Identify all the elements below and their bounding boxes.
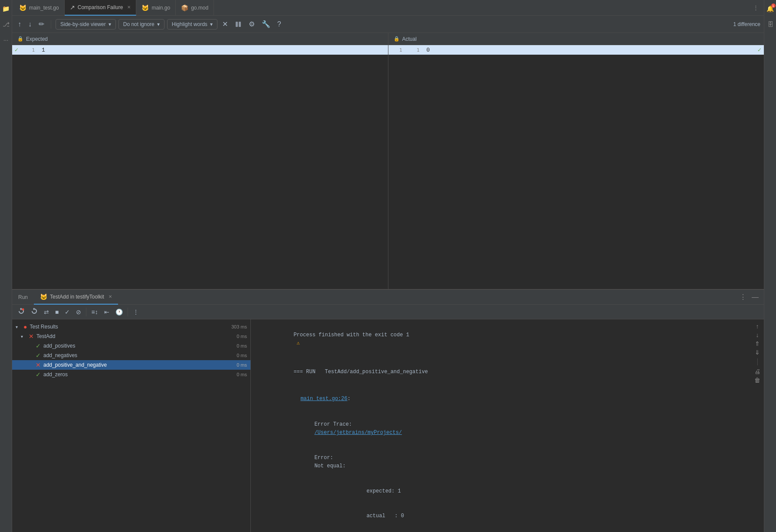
actual-val: actual : 0 [366,513,404,519]
ignore-dropdown[interactable]: Do not ignore ▾ [118,19,164,30]
tab-bar: 🐱 main_test.go ↗ Comparison Failure ✕ 🐱 … [12,0,764,16]
right-db-icon[interactable]: 🗄 [765,19,776,30]
scroll-bottom-button[interactable]: ⇓ [754,349,760,356]
file-link-line: main_test.go:26: [263,386,759,411]
actual-lock-icon: 🔒 [394,36,400,42]
tree-item-add-positive-negative[interactable]: ✕ add_positive_and_negative 0 ms [12,360,250,370]
expected-value: 1 [38,47,388,53]
actual-check-icon: ✓ [755,47,764,53]
tree-label-add-negatives: add_negatives [43,352,237,358]
ignore-dropdown-label: Do not ignore [123,21,155,27]
collapse-button[interactable]: ⇤ [102,307,112,317]
tab-main-test-label: main_test.go [29,5,59,11]
tab-main-test[interactable]: 🐱 main_test.go [14,0,65,16]
tab-main-test-icon: 🐱 [19,4,26,11]
tab-comparison-label: Comparison Failure [78,4,123,10]
toggle-tests-button[interactable]: ⇄ [42,307,51,317]
process-line: Process finished with the exit code 1 ⚠ [256,323,759,356]
viewer-dropdown[interactable]: Side-by-side viewer ▾ [56,19,116,30]
settings-button[interactable]: ⚙ [247,19,257,30]
tab-testify-close[interactable]: ✕ [109,294,112,299]
file-link[interactable]: main_test.go:26 [300,396,347,402]
edit-button[interactable]: ✏ [36,19,46,30]
prev-diff-button[interactable]: ↑ [16,19,23,30]
tab-testify-label: TestAdd in testifyToolkit [50,294,104,300]
svg-rect-1 [239,22,241,27]
tree-item-add-positives[interactable]: ✓ add_positives 0 ms [12,341,250,351]
tree-item-testadd[interactable]: ▾ ✕ TestAdd 0 ms [12,332,250,341]
tree-label-results: Test Results [30,324,231,330]
scroll-down-button[interactable]: ↓ [754,332,760,338]
run-text: === RUN TestAdd/add_positive_and_negativ… [293,369,428,375]
tree-item-add-negatives[interactable]: ✓ add_negatives 0 ms [12,351,250,360]
actual-header: 🔒 Actual [388,33,764,45]
expected-line-num: 1 [21,47,38,53]
expected-panel: 🔒 Expected ✓ 1 1 [12,33,388,289]
sidebar-dots-icon[interactable]: ··· [1,35,11,45]
highlight-dropdown[interactable]: Highlight words ▾ [167,19,217,30]
expected-header-label: Expected [26,36,48,42]
tree-icon-error-3: ✕ [36,361,41,368]
viewer-dropdown-label: Side-by-side viewer [60,21,106,27]
tree-icon-error-testadd: ✕ [29,333,34,340]
error-value: Not equal: [314,463,345,469]
history-button[interactable]: 🕐 [113,307,125,317]
tab-main[interactable]: 🐱 main.go [136,0,176,16]
sort-button[interactable]: ≡↕ [89,307,100,317]
diff-viewer: 🔒 Expected ✓ 1 1 🔒 Actual [12,33,764,289]
notification-icon[interactable]: 🔔 1 [765,3,776,14]
tab-testify-icon: 🐱 [40,293,47,300]
svg-rect-0 [236,22,238,27]
diff-toolbar: ↑ ↓ ✏ Side-by-side viewer ▾ Do not ignor… [12,16,764,33]
process-text: Process finished with the exit code 1 [293,332,409,338]
tab-gomod[interactable]: 📦 go.mod [176,0,214,16]
delete-button[interactable]: 🗑 [754,377,760,384]
next-diff-button[interactable]: ↓ [26,19,34,30]
run-toolbar: ⇄ ■ ✓ ⊘ ≡↕ ⇤ 🕐 ⋮ [12,305,764,319]
bottom-minimize-button[interactable]: — [750,292,760,302]
rerun-button[interactable] [16,306,27,317]
notification-badge: 1 [771,3,776,8]
bottom-more-button[interactable]: ⋮ [738,292,748,302]
tab-run-label: Run [18,294,28,300]
print-button[interactable]: 🖨 [754,368,760,375]
sync-scroll-button[interactable] [233,20,244,29]
close-diff-button[interactable]: ✕ [220,19,230,30]
bottom-tab-bar: Run 🐱 TestAdd in testifyToolkit ✕ ⋮ — [12,290,764,305]
tree-item-test-results[interactable]: ▾ ● Test Results 303 ms [12,322,250,332]
expected-check-icon: ✓ [12,47,21,53]
error-line: Error: Not equal: [277,446,759,479]
tree-time-results: 303 ms [231,324,247,329]
sidebar-folder-icon[interactable]: 📁 [1,3,11,14]
actual-panel: 🔒 Actual 1 1 0 ✓ [388,33,764,289]
tab-comparison[interactable]: ↗ Comparison Failure ✕ [65,0,137,16]
toolbar-sep-2 [86,308,86,316]
more-options-button[interactable]: ⋮ [131,307,141,317]
error-trace-label: Error Trace: [314,420,366,429]
help-button[interactable]: ? [275,19,283,30]
tab-comparison-close[interactable]: ✕ [127,5,131,10]
svg-point-2 [22,309,24,311]
wrench-button[interactable]: 🔧 [260,19,273,30]
tree-toggle-testadd[interactable]: ▾ [21,334,27,339]
viewer-dropdown-arrow: ▾ [109,21,111,27]
sidebar-git-icon[interactable]: ⎇ [1,19,11,30]
rerun-failed-button[interactable] [29,306,40,317]
expected-lock-icon: 🔒 [17,36,23,42]
scroll-top-button[interactable]: ⇑ [754,340,760,347]
tab-run[interactable]: Run [12,290,34,305]
actual-line-num-right: 1 [406,47,423,53]
cancel-button[interactable]: ⊘ [74,307,83,317]
scroll-up-button[interactable]: ↑ [754,323,760,330]
test-tree: ▾ ● Test Results 303 ms ▾ ✕ TestAdd 0 ms [12,319,251,532]
error-trace-link[interactable]: /Users/jetbrains/myProjects/ [314,430,402,436]
output-panel: ↑ ↓ ⇑ ⇓ 🖨 🗑 Process finished with the ex… [251,319,764,532]
tree-time-add-zeros: 0 ms [237,372,247,377]
tree-item-add-zeros[interactable]: ✓ add_zeros 0 ms [12,370,250,379]
tab-main-icon: 🐱 [141,4,149,11]
tab-more-button[interactable]: ⋮ [750,4,762,11]
tab-testify[interactable]: 🐱 TestAdd in testifyToolkit ✕ [34,290,118,305]
stop-button[interactable]: ■ [53,307,61,317]
tree-toggle-results[interactable]: ▾ [16,325,22,329]
check-button[interactable]: ✓ [62,307,72,317]
